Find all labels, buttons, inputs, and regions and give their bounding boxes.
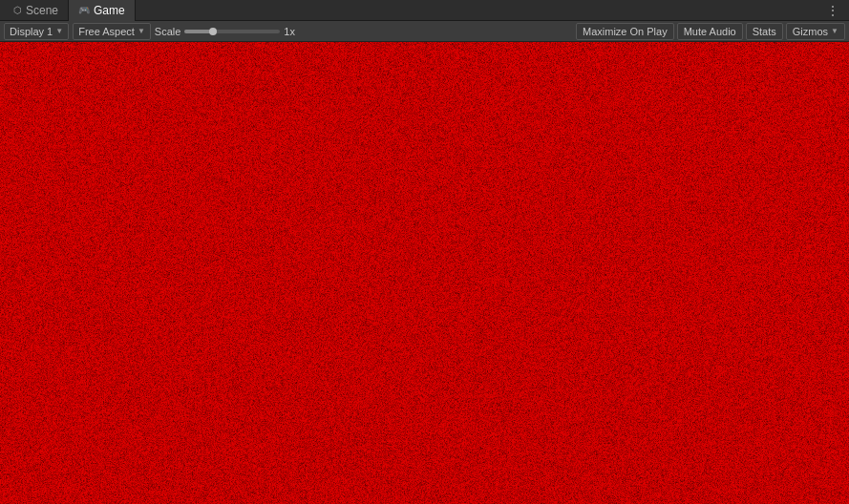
game-view bbox=[0, 42, 849, 504]
scale-label: Scale bbox=[155, 26, 181, 37]
scale-slider[interactable] bbox=[184, 30, 280, 33]
tab-game[interactable]: 🎮 Game bbox=[69, 0, 136, 21]
stats-button[interactable]: Stats bbox=[746, 23, 783, 40]
aspect-label: Free Aspect bbox=[78, 26, 135, 37]
scene-icon: ⬡ bbox=[13, 5, 22, 15]
tab-scene-label: Scene bbox=[26, 4, 58, 17]
display-label: Display 1 bbox=[10, 26, 53, 37]
tab-bar: ⬡ Scene 🎮 Game ⋮ bbox=[0, 0, 849, 21]
gizmos-label: Gizmos bbox=[793, 26, 828, 37]
tab-more-button[interactable]: ⋮ bbox=[820, 3, 845, 18]
scale-control: Scale 1x bbox=[155, 26, 295, 37]
tab-scene[interactable]: ⬡ Scene bbox=[4, 0, 69, 21]
scale-value: 1x bbox=[284, 26, 295, 37]
maximize-label: Maximize On Play bbox=[583, 26, 668, 37]
aspect-dropdown-arrow: ▼ bbox=[138, 27, 145, 35]
game-toolbar: Display 1 ▼ Free Aspect ▼ Scale 1x Maxim… bbox=[0, 21, 849, 42]
mute-label: Mute Audio bbox=[684, 26, 736, 37]
game-icon: 🎮 bbox=[78, 5, 90, 15]
game-canvas bbox=[0, 42, 849, 504]
display-dropdown[interactable]: Display 1 ▼ bbox=[4, 23, 69, 40]
gizmos-arrow: ▼ bbox=[831, 27, 838, 35]
aspect-dropdown[interactable]: Free Aspect ▼ bbox=[73, 23, 151, 40]
stats-label: Stats bbox=[753, 26, 776, 37]
display-dropdown-arrow: ▼ bbox=[55, 27, 63, 35]
gizmos-button[interactable]: Gizmos ▼ bbox=[786, 23, 845, 40]
maximize-on-play-button[interactable]: Maximize On Play bbox=[576, 23, 674, 40]
tab-game-label: Game bbox=[94, 4, 125, 17]
scale-slider-thumb bbox=[209, 28, 217, 35]
mute-audio-button[interactable]: Mute Audio bbox=[677, 23, 743, 40]
